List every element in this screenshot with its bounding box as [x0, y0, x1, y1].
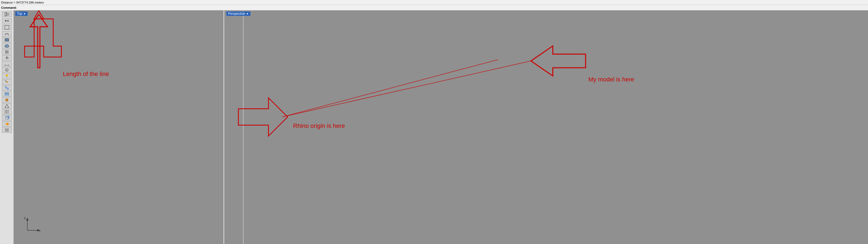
svg-marker-25 [5, 104, 9, 108]
svg-text:x: x [39, 229, 40, 233]
svg-point-24 [5, 99, 8, 101]
box-btn[interactable] [2, 115, 12, 121]
svg-point-3 [7, 20, 8, 22]
distance-display: Distance = 9473774.296 meters [1, 1, 44, 4]
svg-marker-34 [34, 11, 44, 19]
svg-rect-0 [5, 12, 6, 16]
top-viewport-annotations [14, 10, 224, 244]
surface-btn[interactable] [2, 37, 12, 43]
toolbar-group-1 [2, 11, 12, 17]
svg-rect-22 [5, 94, 9, 95]
osnap-btn[interactable] [2, 85, 12, 91]
svg-marker-43 [238, 98, 288, 136]
top-viewport-svg [14, 10, 224, 244]
svg-marker-39 [37, 229, 40, 232]
status-bar: Distance = 9473774.296 meters [0, 0, 868, 5]
svg-marker-18 [6, 81, 8, 83]
left-toolbar [0, 10, 14, 244]
solid-btn[interactable] [2, 43, 12, 49]
svg-text:y: y [24, 216, 26, 220]
viewport-container: Top ▼ Length of the line x y [14, 10, 868, 244]
grid-btn[interactable] [2, 109, 12, 115]
perspective-viewport-svg: Rhino origin is here My model is here [225, 10, 868, 244]
axis-indicator: x y [22, 214, 44, 236]
svg-rect-19 [5, 86, 6, 88]
svg-point-2 [5, 20, 6, 22]
svg-marker-6 [5, 44, 9, 47]
svg-marker-7 [8, 57, 9, 59]
svg-point-15 [6, 75, 8, 76]
length-annotation: Length of the line [63, 70, 109, 78]
transform-btn[interactable] [2, 55, 12, 61]
viewport-perspective-title: Perspective [228, 12, 245, 15]
svg-line-17 [5, 80, 6, 82]
snap-btn[interactable] [2, 79, 12, 85]
analyze-btn[interactable] [2, 67, 12, 73]
svg-marker-37 [26, 218, 28, 220]
command-label: Command: [1, 6, 17, 9]
viewport-perspective-dropdown[interactable]: ▼ [246, 12, 249, 15]
render-btn[interactable] [2, 97, 12, 103]
svg-line-48 [282, 61, 531, 117]
svg-text:Rhino origin is here: Rhino origin is here [293, 123, 345, 129]
svg-point-14 [6, 70, 7, 71]
arrow-btn[interactable] [2, 121, 12, 127]
svg-marker-35 [30, 14, 48, 68]
svg-rect-5 [5, 38, 9, 41]
layer-btn[interactable] [2, 91, 12, 97]
mesh-btn[interactable] [2, 49, 12, 55]
light-btn[interactable] [2, 73, 12, 79]
svg-text:My model is here: My model is here [588, 76, 634, 83]
svg-marker-29 [5, 123, 9, 126]
extra-btn[interactable] [2, 127, 12, 133]
line-btn[interactable] [2, 25, 12, 30]
viewport-perspective-label[interactable]: Perspective ▼ [226, 11, 250, 16]
command-bar: Command: [0, 5, 868, 10]
svg-marker-26 [5, 117, 8, 119]
svg-marker-33 [25, 19, 62, 57]
select-tool-btn[interactable] [2, 11, 12, 17]
svg-line-44 [282, 60, 498, 117]
viewport-top[interactable]: Top ▼ Length of the line x y [14, 10, 224, 244]
toolbar-group-2 [2, 18, 12, 24]
svg-rect-21 [5, 93, 9, 94]
point-btn[interactable] [2, 18, 12, 24]
viewport-top-label[interactable]: Top ▼ [15, 11, 28, 16]
svg-point-1 [7, 13, 9, 15]
svg-marker-8 [6, 56, 7, 57]
viewport-top-title: Top [17, 12, 22, 15]
viewport-perspective[interactable]: Perspective ▼ Rhino origin is here My mo… [225, 10, 868, 244]
svg-marker-46 [531, 46, 586, 76]
viewport-top-dropdown[interactable]: ▼ [23, 12, 26, 15]
svg-rect-23 [5, 95, 9, 96]
svg-rect-4 [5, 26, 9, 29]
curve-btn[interactable] [2, 31, 12, 37]
view-btn[interactable] [2, 103, 12, 109]
toolbar-group-3 [2, 25, 12, 30]
dimension-btn[interactable] [2, 61, 12, 67]
svg-rect-20 [7, 88, 8, 89]
